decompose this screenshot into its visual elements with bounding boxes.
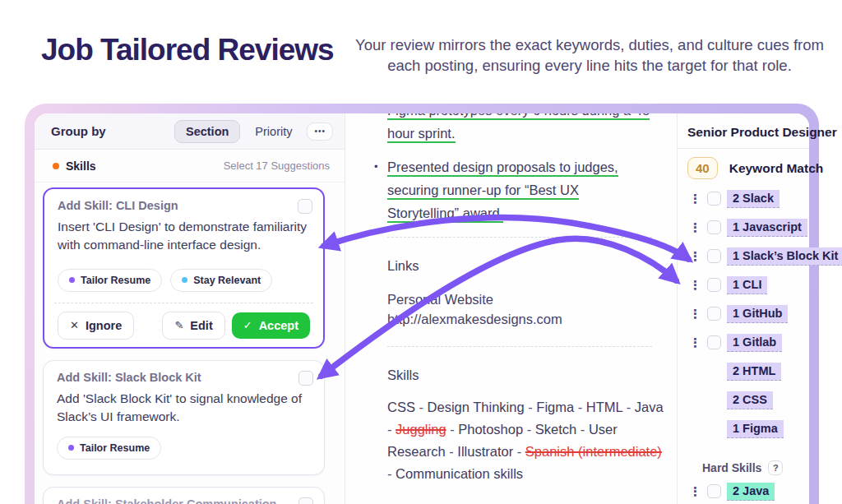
- group-by-section-toggle[interactable]: Section: [174, 120, 240, 143]
- card-tags: Tailor Resume: [57, 437, 311, 460]
- skill-separator: -: [576, 422, 589, 437]
- keyword-count: 2: [733, 484, 739, 497]
- tag-label: Tailor Resume: [80, 442, 150, 454]
- links-heading: Links: [387, 258, 657, 274]
- skill-item: CSS: [387, 400, 415, 414]
- keyword-label: CSS: [739, 393, 767, 406]
- keyword-chip[interactable]: 2 Slack: [727, 190, 780, 208]
- skill-item: Juggling: [396, 422, 446, 437]
- keyword-count: 1: [733, 307, 739, 320]
- keyword-count: 1: [733, 335, 739, 349]
- keyword-row: ⋮2 Slack: [678, 184, 809, 213]
- section-dot-icon: [53, 163, 59, 169]
- edit-button[interactable]: ✎ Edit: [162, 312, 224, 340]
- keyword-chip[interactable]: 1 Slack’s Block Kit: [727, 247, 842, 266]
- keyword-row: ⋮2 Java: [678, 477, 809, 504]
- tag-dot-icon: [68, 445, 74, 451]
- keyword-chip[interactable]: 2 Java: [727, 483, 775, 501]
- keyword-match-header: 40 Keyword Match: [678, 149, 809, 183]
- drag-handle-icon[interactable]: ⋮: [689, 485, 701, 497]
- check-icon: ✓: [243, 319, 252, 331]
- tag-dot-icon: [182, 277, 187, 283]
- review-app-window: Group by Section Priority ••• Skills Sel…: [35, 113, 809, 504]
- drag-handle-icon[interactable]: ⋮: [689, 307, 701, 320]
- skill-separator: -: [622, 400, 635, 414]
- skill-separator: -: [574, 400, 586, 414]
- card-checkbox[interactable]: [298, 371, 313, 386]
- tag-dot-icon: [69, 277, 75, 283]
- added-line: Storytelling” award.: [387, 206, 503, 223]
- keyword-chip[interactable]: 1 GitHub: [727, 305, 788, 323]
- keyword-chip[interactable]: 2 HTML: [727, 363, 781, 381]
- skill-item: Illustrator: [457, 444, 513, 459]
- keyword-count: 1: [733, 220, 739, 234]
- keyword-chip[interactable]: 1 Figma: [727, 420, 784, 438]
- accept-label: Accept: [259, 319, 298, 332]
- card-checkbox[interactable]: [298, 497, 313, 504]
- skills-section-label: Skills: [66, 160, 96, 173]
- keyword-row: ⋮1 Figma: [678, 414, 809, 443]
- drag-handle-icon[interactable]: ⋮: [689, 192, 701, 205]
- group-by-priority-toggle[interactable]: Priority: [248, 121, 298, 142]
- keyword-chip[interactable]: 1 CLI: [727, 276, 767, 294]
- keyword-label: Javascript: [739, 220, 802, 234]
- keyword-count: 1: [733, 249, 739, 262]
- drag-handle-icon[interactable]: ⋮: [689, 250, 701, 262]
- keyword-checkbox[interactable]: [707, 249, 721, 263]
- pencil-icon: ✎: [174, 319, 183, 331]
- resume-preview-column: Figma prototypes every 6 hours during a …: [346, 113, 677, 504]
- page-title: Job Tailored Reviews: [41, 33, 334, 67]
- keyword-checkbox[interactable]: [707, 278, 721, 292]
- keyword-label: GitHub: [739, 307, 782, 320]
- group-by-header: Group by Section Priority •••: [35, 113, 345, 150]
- card-checkbox[interactable]: [298, 199, 312, 214]
- resume-bullet: • Presented design proposals to judges, …: [387, 155, 657, 224]
- skill-item: Design Thinking: [428, 400, 525, 414]
- help-icon[interactable]: ?: [768, 460, 783, 475]
- edit-label: Edit: [190, 319, 212, 332]
- skill-separator: -: [387, 422, 396, 437]
- skill-separator: -: [446, 422, 459, 437]
- keyword-row: ⋮2 HTML: [678, 357, 809, 386]
- ignore-label: Ignore: [86, 319, 122, 332]
- card-divider: [54, 303, 313, 303]
- accept-button[interactable]: ✓ Accept: [232, 312, 310, 339]
- drag-handle-icon[interactable]: ⋮: [689, 336, 701, 349]
- keyword-count: 1: [733, 278, 739, 291]
- added-line: hour sprint.: [387, 126, 456, 143]
- keyword-label: Java: [739, 484, 769, 497]
- feature-panel: Group by Section Priority ••• Skills Sel…: [25, 104, 819, 504]
- keyword-checkbox[interactable]: [707, 192, 721, 206]
- keyword-checkbox[interactable]: [707, 484, 721, 498]
- more-menu-button[interactable]: •••: [307, 123, 333, 141]
- keyword-chip[interactable]: 2 CSS: [727, 391, 773, 409]
- keyword-chip[interactable]: 1 Javascript: [727, 219, 807, 237]
- skill-item: Java: [635, 400, 664, 414]
- select-suggestions-link[interactable]: Select 17 Suggestions: [224, 160, 330, 172]
- skill-separator: -: [446, 444, 458, 459]
- added-line: Figma prototypes every 6 hours during a …: [387, 113, 650, 120]
- ignore-button[interactable]: ✕ Ignore: [58, 312, 134, 340]
- card-tags: Tailor Resume Stay Relevant: [58, 269, 310, 292]
- resume-section-divider: [387, 237, 652, 238]
- skill-item: HTML: [586, 400, 622, 414]
- website-url[interactable]: http://alexmakesdesigns.com: [387, 312, 657, 327]
- x-icon: ✕: [70, 319, 79, 331]
- skill-separator: -: [525, 400, 537, 414]
- keyword-checkbox[interactable]: [707, 220, 721, 234]
- drag-handle-icon[interactable]: ⋮: [689, 279, 701, 291]
- keyword-label: CLI: [739, 278, 761, 291]
- keyword-checkbox[interactable]: [707, 307, 721, 321]
- skills-paragraph: CSS - Design Thinking - Figma - HTML - J…: [387, 396, 664, 485]
- keyword-list: ⋮2 Slack⋮1 Javascript⋮1 Slack’s Block Ki…: [678, 184, 809, 443]
- hard-skills-keyword-list: ⋮2 Java: [678, 477, 809, 504]
- keyword-chip[interactable]: 1 Gitlab: [727, 334, 782, 352]
- keyword-checkbox[interactable]: [707, 335, 721, 349]
- drag-handle-icon[interactable]: ⋮: [689, 221, 701, 234]
- card-title: Add Skill: Stakeholder Communication: [57, 497, 311, 504]
- match-label: Keyword Match: [729, 161, 824, 176]
- keyword-row: ⋮1 Javascript: [678, 213, 809, 242]
- skill-item: Spanish (intermediate): [525, 444, 662, 459]
- keyword-row: ⋮1 GitHub: [678, 299, 809, 328]
- card-title: Add Skill: CLI Design: [58, 199, 310, 212]
